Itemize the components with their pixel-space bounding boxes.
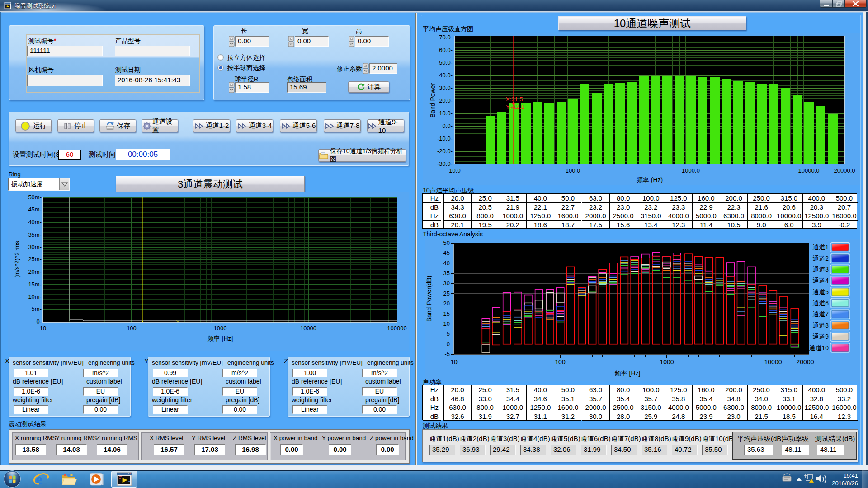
svg-text:20m-: 20m- [28,268,42,275]
svg-text:10000.0: 10000.0 [798,167,820,174]
svg-text:10.0: 10.0 [449,167,460,174]
svg-text:0-: 0- [36,318,42,325]
svg-text:X:31.5: X:31.5 [506,96,523,103]
svg-text:60.0-: 60.0- [439,47,453,53]
svg-text:25m-: 25m- [28,256,42,263]
svg-text:1000: 1000 [214,325,227,332]
svg-text:35: 35 [443,270,450,277]
svg-text:0: 0 [447,341,450,347]
svg-text:30.0-: 30.0- [439,84,453,91]
svg-text:5m-: 5m- [32,305,42,312]
svg-text:30m-: 30m- [28,244,42,250]
svg-text:15m-: 15m- [28,281,42,288]
svg-text:-10.0-: -10.0- [437,135,453,142]
svg-text:(m/s^2)^2 rms: (m/s^2)^2 rms [14,241,20,278]
svg-text:频率 [Hz]: 频率 [Hz] [208,335,233,342]
svg-text:通道6: 通道6 [812,300,829,307]
svg-text:20000: 20000 [797,358,814,366]
svg-text:-20.0-: -20.0- [437,148,453,155]
svg-text:25: 25 [443,290,450,297]
svg-text:通道4: 通道4 [812,277,829,284]
svg-text:10.0-: 10.0- [439,110,453,117]
svg-text:35m-: 35m- [28,231,42,238]
svg-text:通道1: 通道1 [812,244,829,251]
svg-text:通道7: 通道7 [812,310,829,318]
svg-text:100: 100 [555,358,566,366]
svg-text:50: 50 [443,239,450,246]
svg-text:10000: 10000 [300,325,316,332]
svg-text:1000.0: 1000.0 [682,167,700,174]
svg-text:通道5: 通道5 [812,288,829,296]
svg-text:通道10: 通道10 [809,344,829,352]
svg-text:1000: 1000 [660,358,674,366]
svg-text:-30.0-: -30.0- [437,160,453,167]
svg-text:10: 10 [450,358,458,366]
svg-text:频率 (Hz): 频率 (Hz) [637,176,663,183]
svg-text:10000: 10000 [764,358,782,366]
svg-text:30: 30 [443,280,450,286]
svg-text:40m-: 40m- [28,219,42,225]
svg-text:通道2: 通道2 [812,255,829,262]
svg-text:40: 40 [443,260,450,267]
svg-text:10: 10 [443,320,450,327]
svg-text:45: 45 [443,249,450,256]
svg-text:20.0-: 20.0- [439,97,453,104]
svg-text:20000.0: 20000.0 [834,167,855,174]
svg-text:Band Power(dB): Band Power(dB) [425,276,433,322]
svg-text:10m-: 10m- [28,293,42,300]
svg-text:通道9: 通道9 [812,333,829,340]
svg-text:100.0: 100.0 [566,167,580,174]
svg-text:20: 20 [443,300,450,307]
svg-text:Y:-12.8: Y:-12.8 [506,103,524,110]
svg-text:-5: -5 [444,351,450,357]
svg-text:10: 10 [40,325,46,332]
svg-text:15: 15 [443,310,450,317]
svg-text:100: 100 [127,325,137,332]
svg-text:50.0-: 50.0- [439,59,453,66]
svg-text:0.0-: 0.0- [443,122,453,129]
svg-text:40.0-: 40.0- [439,72,453,79]
svg-text:45m-: 45m- [28,206,42,213]
svg-text:通道3: 通道3 [812,266,829,273]
svg-text:100000: 100000 [387,325,406,332]
svg-text:频率 [Hz]: 频率 [Hz] [615,370,641,377]
svg-text:5: 5 [447,330,450,337]
svg-text:70.0-: 70.0- [439,34,453,41]
svg-text:通道8: 通道8 [812,322,829,329]
svg-text:Band Power: Band Power [429,83,436,118]
svg-text:50m-: 50m- [28,194,42,201]
